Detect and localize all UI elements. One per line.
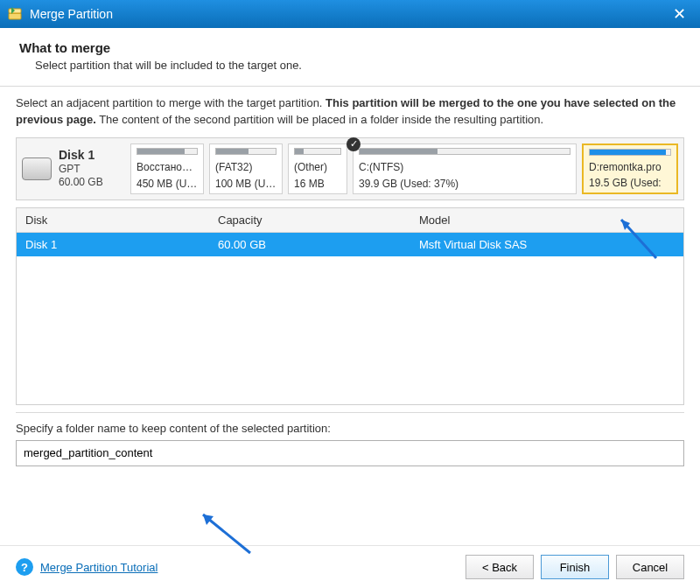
cancel-button[interactable]: Cancel <box>616 555 684 579</box>
finish-button[interactable]: Finish <box>541 555 609 579</box>
footer: ? Merge Partition Tutorial < Back Finish… <box>0 545 700 588</box>
partition-sub: 39.9 GB (Used: 37%) <box>359 178 570 190</box>
partition-label: C:(NTFS) <box>359 161 570 173</box>
partition-sub: 450 MB (Use <box>136 178 198 190</box>
disk-name: Disk 1 <box>59 148 103 164</box>
disk-summary: Disk 1 GPT 60.00 GB <box>22 144 125 194</box>
partition-sub: 16 MB <box>294 178 341 190</box>
cell-disk: Disk 1 <box>17 233 209 256</box>
cell-capacity: 60.00 GB <box>209 233 410 256</box>
title-bar: Merge Partition ✕ <box>0 0 700 28</box>
disk-scheme: GPT <box>59 163 103 176</box>
partition-d-selected[interactable]: D:remontka.pro 19.5 GB (Used: <box>582 144 678 194</box>
help-link-group: ? Merge Partition Tutorial <box>16 558 158 576</box>
close-button[interactable]: ✕ <box>662 0 696 28</box>
tutorial-link[interactable]: Merge Partition Tutorial <box>40 561 158 574</box>
partition-strip: Disk 1 GPT 60.00 GB Восстановит 450 MB (… <box>16 137 684 200</box>
partition-label: D:remontka.pro <box>589 161 671 173</box>
divider <box>16 412 684 413</box>
instruction-lead: Select an adjacent partition to merge wi… <box>16 96 326 109</box>
folder-block: Specify a folder name to keep content of… <box>16 422 684 466</box>
table-row[interactable]: Disk 1 60.00 GB Msft Virtual Disk SAS <box>17 233 683 256</box>
col-header-model[interactable]: Model <box>410 208 683 232</box>
wizard-header: What to merge Select partition that will… <box>0 28 700 80</box>
app-icon <box>7 6 23 22</box>
window-title: Merge Partition <box>30 7 662 21</box>
table-header-row: Disk Capacity Model <box>17 208 683 233</box>
partition-c-ntfs[interactable]: ✓ C:(NTFS) 39.9 GB (Used: 37%) <box>353 144 577 194</box>
folder-name-input[interactable] <box>16 440 684 466</box>
disk-table: Disk Capacity Model Disk 1 60.00 GB Msft… <box>16 207 684 405</box>
svg-rect-0 <box>9 13 21 19</box>
instruction-tail: The content of the second partition will… <box>96 113 543 126</box>
partition-fat32[interactable]: (FAT32) 100 MB (Use <box>209 144 283 194</box>
help-icon: ? <box>16 558 33 576</box>
svg-rect-1 <box>9 9 21 13</box>
back-button[interactable]: < Back <box>466 555 534 579</box>
instruction-text: Select an adjacent partition to merge wi… <box>16 95 684 129</box>
close-icon: ✕ <box>673 4 686 24</box>
disk-icon <box>22 158 52 180</box>
partition-label: (FAT32) <box>215 161 276 173</box>
page-subtitle: Select partition that will be included t… <box>19 59 681 72</box>
cell-model: Msft Virtual Disk SAS <box>410 233 683 256</box>
partition-label: (Other) <box>294 161 341 173</box>
partition-other[interactable]: (Other) 16 MB <box>288 144 347 194</box>
col-header-capacity[interactable]: Capacity <box>209 208 410 232</box>
partition-label: Восстановит <box>136 161 198 173</box>
partition-recovery[interactable]: Восстановит 450 MB (Use <box>130 144 204 194</box>
page-title: What to merge <box>19 40 681 55</box>
partition-sub: 19.5 GB (Used: <box>589 177 671 189</box>
col-header-disk[interactable]: Disk <box>17 208 209 232</box>
partition-sub: 100 MB (Use <box>215 178 276 190</box>
folder-label: Specify a folder name to keep content of… <box>16 422 684 435</box>
content-area: Select an adjacent partition to merge wi… <box>0 87 700 466</box>
disk-size: 60.00 GB <box>59 176 103 189</box>
